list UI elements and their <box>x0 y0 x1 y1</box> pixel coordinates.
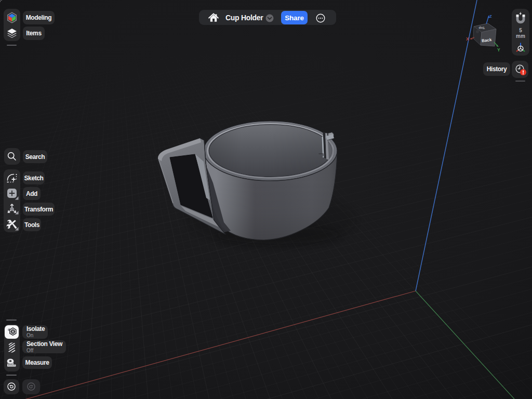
svg-text:Z: Z <box>489 14 492 19</box>
svg-text:Y: Y <box>497 47 500 52</box>
svg-text:X: X <box>466 36 469 42</box>
